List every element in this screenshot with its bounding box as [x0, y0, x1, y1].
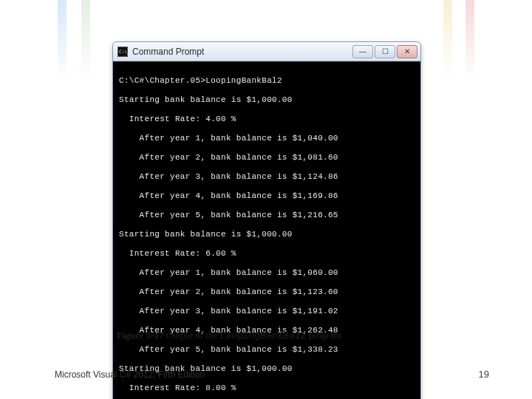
bg-streak — [58, 0, 66, 81]
terminal-line: Starting bank balance is $1,000.00 — [119, 230, 415, 239]
window-controls: — ☐ ✕ — [352, 45, 417, 58]
terminal-line: After year 2, bank balance is $1,081.60 — [119, 153, 415, 163]
bg-streak — [81, 0, 90, 81]
terminal-line: After year 5, bank balance is $1,216.65 — [119, 211, 415, 220]
close-button[interactable]: ✕ — [397, 45, 417, 58]
terminal-output: C:\C#\Chapter.05>LoopingBankBal2 Startin… — [113, 61, 420, 399]
terminal-line: Interest Rate: 8.00 % — [119, 383, 415, 393]
cmd-icon — [117, 47, 128, 57]
window-title: Command Prompt — [132, 47, 352, 57]
titlebar[interactable]: Command Prompt — ☐ ✕ — [113, 42, 420, 61]
page-number: 19 — [479, 369, 489, 380]
footer-book-title: Microsoft Visual C# 2012, Fifth Edition — [55, 369, 205, 380]
figure-caption: Figure 5-17 Output of the LoopingBankBal… — [117, 330, 341, 342]
terminal-line: After year 1, bank balance is $1,040.00 — [119, 134, 415, 143]
terminal-line: Interest Rate: 6.00 % — [119, 249, 415, 259]
terminal-line: After year 3, bank balance is $1,191.02 — [119, 307, 415, 316]
caption-before: Output of the — [164, 330, 220, 341]
caption-after: program — [307, 330, 341, 341]
terminal-line: After year 4, bank balance is $1,169.86 — [119, 191, 415, 201]
program-name: LoopingBankBal2 — [220, 330, 307, 341]
terminal-line: After year 5, bank balance is $1,338.23 — [119, 345, 415, 355]
terminal-line: After year 2, bank balance is $1,123.60 — [119, 287, 415, 297]
figure-label: Figure 5-17 — [117, 330, 164, 341]
terminal-line: After year 3, bank balance is $1,124.86 — [119, 172, 415, 182]
bg-streak — [443, 0, 452, 81]
minimize-button[interactable]: — — [352, 45, 373, 58]
bg-streak — [466, 0, 474, 81]
maximize-button[interactable]: ☐ — [375, 45, 395, 58]
terminal-line: Interest Rate: 4.00 % — [119, 115, 415, 124]
terminal-line: After year 1, bank balance is $1,060.00 — [119, 268, 415, 278]
terminal-line: Starting bank balance is $1,000.00 — [119, 95, 415, 105]
command-prompt-window: Command Prompt — ☐ ✕ C:\C#\Chapter.05>Lo… — [112, 41, 421, 399]
terminal-line: C:\C#\Chapter.05>LoopingBankBal2 — [119, 76, 415, 86]
